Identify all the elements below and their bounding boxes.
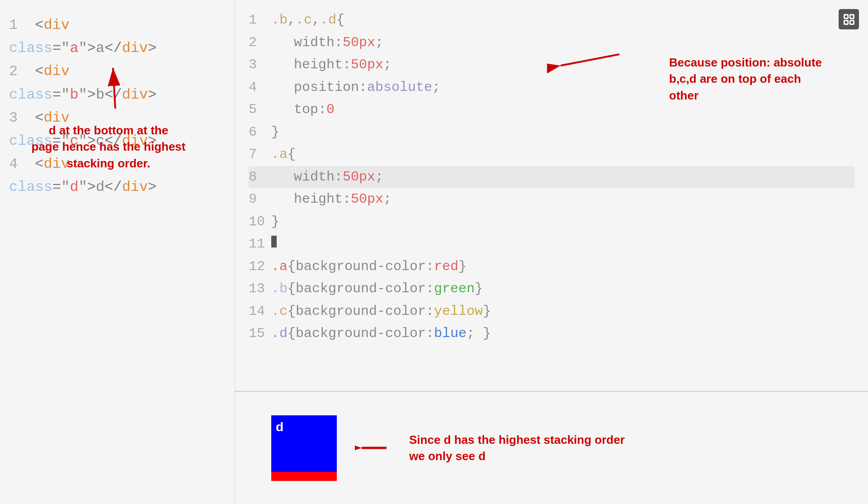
annotation-position-absolute: Because position: absoluteb,c,d are on t…: [669, 54, 859, 104]
css-line-8: 8 width:50px;: [249, 166, 854, 189]
bottom-section: d Since d has the highest stacking order…: [235, 391, 868, 504]
arrow-to-demo-icon: [355, 434, 391, 461]
class-d-highlight: d: [70, 179, 78, 195]
demo-label-d: d: [276, 420, 283, 434]
demo-div-a-strip: [271, 472, 337, 481]
arrow-to-d-icon: [88, 59, 133, 113]
css-line-15: 15 .d {background-color:blue; }: [249, 323, 854, 345]
demo-div-d: d: [271, 415, 337, 481]
css-line-13: 13 .b {background-color:green}: [249, 278, 854, 300]
line-num-4: 4: [9, 152, 23, 176]
arrow-to-absolute-icon: [547, 41, 628, 77]
svg-line-7: [561, 54, 619, 66]
svg-rect-2: [844, 14, 848, 18]
stacked-demo: d: [271, 415, 337, 481]
line-num-3: 3: [9, 106, 23, 129]
expand-icon[interactable]: [839, 9, 859, 29]
svg-rect-5: [850, 20, 854, 24]
text-cursor-icon: [271, 236, 277, 247]
css-line-11: 11: [249, 233, 854, 256]
css-line-1: 1 .b,.c,.d {: [249, 9, 854, 32]
line-num-2: 2: [9, 60, 23, 83]
css-line-7: 7 .a {: [249, 143, 854, 166]
css-line-6: 6 }: [249, 121, 854, 144]
annotation-stacking-order: Since d has the highest stacking orderwe…: [409, 432, 625, 465]
line-num-1: 1: [9, 14, 23, 37]
svg-line-1: [113, 68, 115, 109]
left-panel: 1 <div class="a">a</div> 2 <div class="b…: [0, 0, 235, 504]
svg-rect-4: [844, 20, 848, 24]
html-line-1: 1 <div class="a">a</div>: [9, 14, 221, 60]
css-line-9: 9 height:50px;: [249, 188, 854, 211]
right-panel: 1 .b,.c,.d { 2 width:50px; 3 height:50px…: [235, 0, 868, 504]
css-line-10: 10 }: [249, 211, 854, 233]
css-line-14: 14 .c {background-color:yellow}: [249, 300, 854, 323]
css-line-12: 12 .a {background-color:red}: [249, 256, 854, 278]
annotation-d-stacking: d at the bottom at thepage hence has the…: [27, 122, 190, 171]
svg-rect-3: [850, 14, 854, 18]
